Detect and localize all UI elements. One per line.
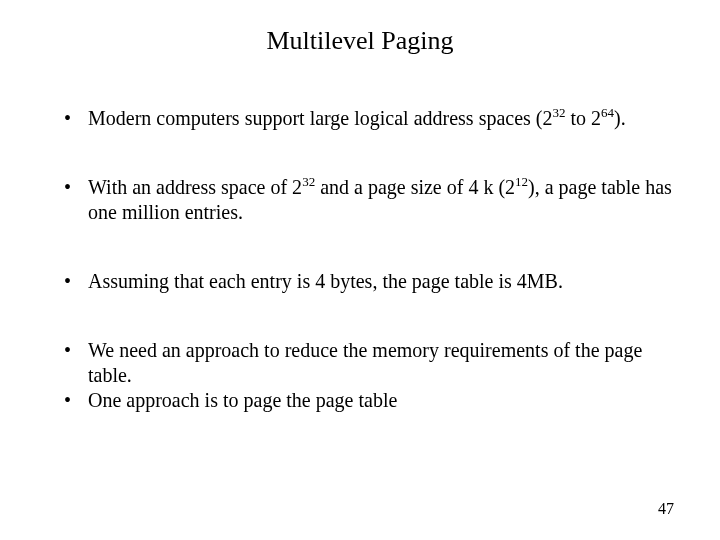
bullet-item: One approach is to page the page table xyxy=(64,388,680,413)
text-fragment: ). xyxy=(614,107,626,129)
superscript: 64 xyxy=(601,105,614,120)
text-fragment: Modern computers support large logical a… xyxy=(88,107,553,129)
bullet-text: One approach is to page the page table xyxy=(88,389,397,411)
superscript: 32 xyxy=(302,174,315,189)
bullet-item: We need an approach to reduce the memory… xyxy=(64,338,680,388)
page-number: 47 xyxy=(658,500,674,518)
bullet-item: Assuming that each entry is 4 bytes, the… xyxy=(64,269,680,294)
bullet-list: Modern computers support large logical a… xyxy=(64,106,680,413)
slide: Multilevel Paging Modern computers suppo… xyxy=(0,0,720,540)
superscript: 12 xyxy=(515,174,528,189)
bullet-item: With an address space of 232 and a page … xyxy=(64,175,680,225)
bullet-text: Modern computers support large logical a… xyxy=(88,107,626,129)
text-fragment: With an address space of 2 xyxy=(88,176,302,198)
bullet-item: Modern computers support large logical a… xyxy=(64,106,680,131)
bullet-text: We need an approach to reduce the memory… xyxy=(88,339,642,386)
superscript: 32 xyxy=(553,105,566,120)
bullet-text: With an address space of 232 and a page … xyxy=(88,176,672,223)
slide-title: Multilevel Paging xyxy=(40,26,680,56)
text-fragment: to 2 xyxy=(566,107,602,129)
bullet-text: Assuming that each entry is 4 bytes, the… xyxy=(88,270,563,292)
text-fragment: and a page size of 4 k (2 xyxy=(315,176,515,198)
